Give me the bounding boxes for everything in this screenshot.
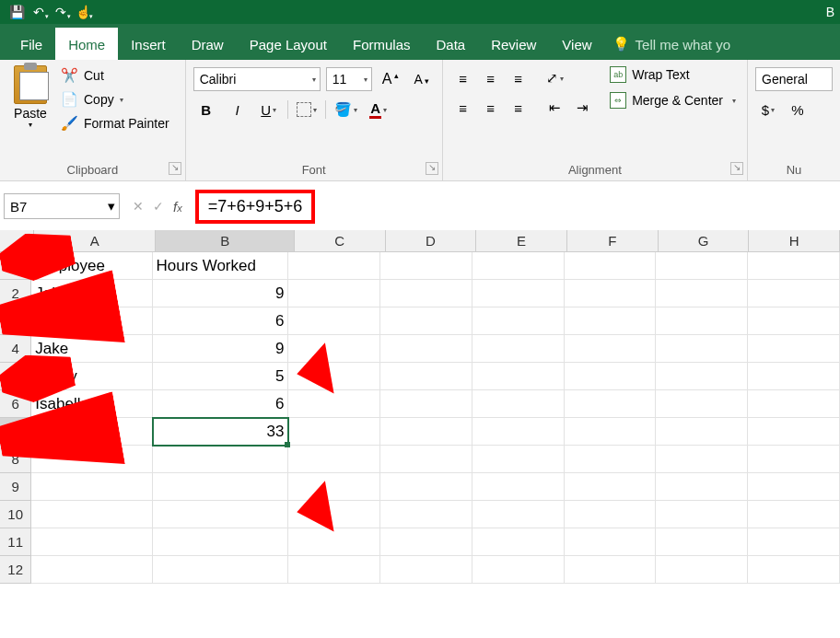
cell[interactable] (565, 252, 657, 280)
cell[interactable] (565, 335, 657, 363)
enter-formula-button[interactable]: ✓ (153, 199, 164, 214)
cell[interactable] (565, 280, 657, 307)
cell[interactable] (380, 363, 472, 390)
clipboard-launcher[interactable]: ↘ (169, 162, 181, 175)
tab-home[interactable]: Home (55, 28, 118, 60)
cell[interactable] (31, 473, 152, 501)
align-top-button[interactable]: ≡ (450, 67, 476, 89)
cell[interactable] (656, 252, 748, 280)
fill-color-button[interactable]: 🪣▾ (332, 99, 360, 121)
tab-draw[interactable]: Draw (179, 28, 237, 60)
cell[interactable] (748, 528, 840, 556)
cell[interactable] (380, 307, 472, 335)
cell[interactable] (656, 473, 748, 501)
cell[interactable] (153, 473, 289, 501)
cell[interactable] (748, 390, 840, 418)
align-center-button[interactable]: ≡ (478, 97, 504, 119)
borders-button[interactable]: ▾ (294, 99, 320, 121)
undo-button[interactable]: ↶▾ (28, 2, 50, 22)
cell[interactable] (380, 252, 472, 280)
cell[interactable] (748, 418, 840, 446)
cell[interactable] (472, 252, 565, 280)
tab-insert[interactable]: Insert (118, 28, 179, 60)
formula-bar[interactable]: =7+6+9+5+6 (195, 190, 316, 224)
cell[interactable] (472, 446, 565, 473)
tab-data[interactable]: Data (423, 28, 478, 60)
align-bottom-button[interactable]: ≡ (506, 67, 531, 89)
cell[interactable] (656, 335, 748, 363)
accounting-format-button[interactable]: $▾ (755, 99, 781, 121)
cell[interactable] (472, 556, 565, 584)
cell[interactable] (380, 473, 472, 501)
font-size-combo[interactable]: 11▾ (326, 67, 372, 91)
cell[interactable] (565, 418, 657, 446)
cell[interactable] (31, 556, 152, 584)
fx-button[interactable]: fx (173, 199, 182, 215)
tab-file[interactable]: File (7, 28, 55, 60)
cell[interactable]: 6 (153, 307, 289, 335)
cell[interactable] (656, 280, 748, 307)
cell[interactable] (472, 473, 565, 501)
cell[interactable] (472, 335, 565, 363)
increase-font-button[interactable]: A▴ (378, 68, 403, 90)
underline-button[interactable]: U▾ (256, 99, 282, 121)
cell[interactable] (656, 390, 748, 418)
cell[interactable] (472, 307, 565, 335)
cell[interactable] (656, 446, 748, 473)
tab-formulas[interactable]: Formulas (340, 28, 424, 60)
cell[interactable] (288, 252, 380, 280)
cut-button[interactable]: ✂️Cut (57, 65, 173, 86)
font-color-button[interactable]: A▾ (366, 99, 391, 121)
cell[interactable] (656, 528, 748, 556)
cell[interactable] (380, 501, 472, 528)
cell[interactable]: Hours Worked (153, 252, 289, 280)
row-header[interactable]: 12 (0, 556, 31, 584)
cell[interactable]: 6 (153, 390, 289, 418)
redo-button[interactable]: ↷▾ (50, 2, 72, 22)
col-header-e[interactable]: E (476, 230, 567, 252)
cell[interactable] (380, 528, 472, 556)
col-header-f[interactable]: F (567, 230, 659, 252)
cell[interactable] (472, 501, 565, 528)
cell[interactable] (748, 252, 840, 280)
cell[interactable] (565, 390, 657, 418)
bold-button[interactable]: B (193, 99, 219, 121)
cell[interactable] (153, 501, 289, 528)
format-painter-button[interactable]: 🖌️Format Painter (57, 113, 173, 133)
cell[interactable] (748, 556, 840, 584)
cell[interactable] (380, 280, 472, 307)
merge-center-button[interactable]: ⇔Merge & Center▾ (606, 89, 740, 111)
tab-page-layout[interactable]: Page Layout (237, 28, 340, 60)
name-box[interactable]: B7▾ (4, 193, 120, 219)
save-button[interactable]: 💾 (6, 2, 28, 22)
touch-mode-button[interactable]: ☝▾ (72, 2, 94, 22)
cell[interactable] (153, 556, 289, 584)
increase-indent-button[interactable]: ⇥ (570, 97, 596, 119)
cell[interactable] (472, 390, 565, 418)
cell[interactable] (380, 556, 472, 584)
cell[interactable]: 9 (153, 335, 289, 363)
cell[interactable] (656, 501, 748, 528)
col-header-c[interactable]: C (295, 230, 386, 252)
cell[interactable] (565, 501, 657, 528)
cell[interactable] (565, 556, 657, 584)
col-header-b[interactable]: B (156, 230, 295, 252)
number-format-combo[interactable]: General (755, 67, 833, 91)
cell[interactable] (288, 280, 380, 307)
cell[interactable] (565, 307, 657, 335)
cell[interactable]: 9 (153, 280, 289, 307)
cell[interactable] (288, 418, 380, 446)
tab-view[interactable]: View (549, 28, 604, 60)
cell[interactable] (472, 280, 565, 307)
cell[interactable] (565, 446, 657, 473)
align-left-button[interactable]: ≡ (450, 97, 476, 119)
percent-format-button[interactable]: % (785, 99, 811, 121)
cell[interactable] (153, 446, 289, 473)
row-header[interactable]: 11 (0, 528, 31, 556)
cell[interactable] (565, 363, 657, 390)
row-header[interactable]: 10 (0, 501, 31, 528)
cell[interactable] (748, 446, 840, 473)
cell[interactable] (748, 473, 840, 501)
cell[interactable] (748, 280, 840, 307)
cell[interactable] (288, 446, 380, 473)
